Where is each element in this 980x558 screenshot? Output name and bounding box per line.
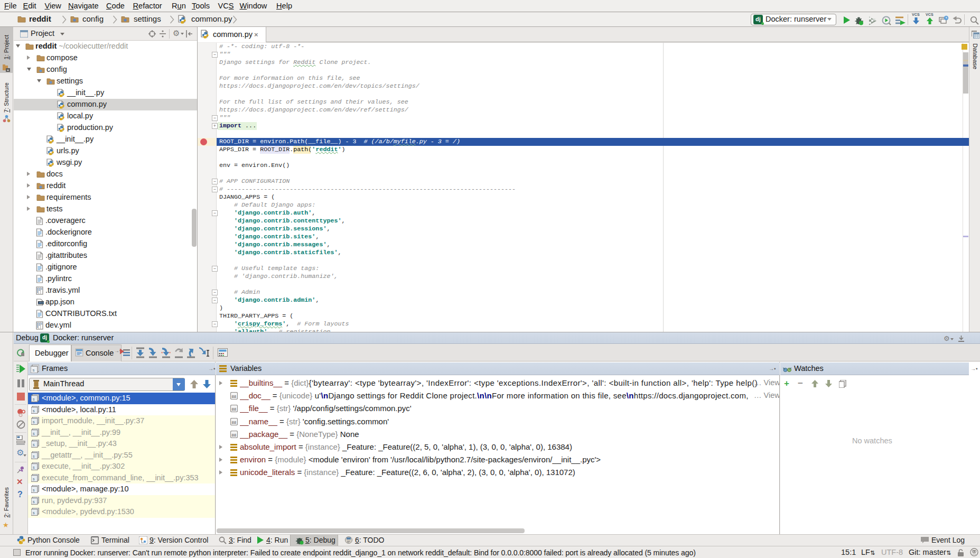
- svg-text:88: 88: [231, 407, 236, 412]
- svg-text:88: 88: [231, 420, 236, 424]
- svg-text:s: s: [33, 511, 35, 515]
- svg-text:s: s: [33, 443, 35, 447]
- svg-text:s: s: [33, 500, 35, 504]
- svg-text:s: s: [33, 397, 35, 402]
- svg-text:s: s: [33, 432, 35, 436]
- svg-text:s: s: [33, 488, 35, 492]
- svg-text:s: s: [33, 477, 35, 481]
- svg-text:s: s: [33, 466, 35, 470]
- svg-text:JSON: JSON: [39, 301, 44, 304]
- svg-text:88: 88: [231, 394, 236, 399]
- svg-text:88: 88: [231, 432, 236, 437]
- svg-text:s: s: [33, 454, 35, 459]
- svg-text:s: s: [33, 420, 35, 424]
- svg-text:s: s: [33, 409, 35, 413]
- svg-text:s: s: [32, 368, 35, 373]
